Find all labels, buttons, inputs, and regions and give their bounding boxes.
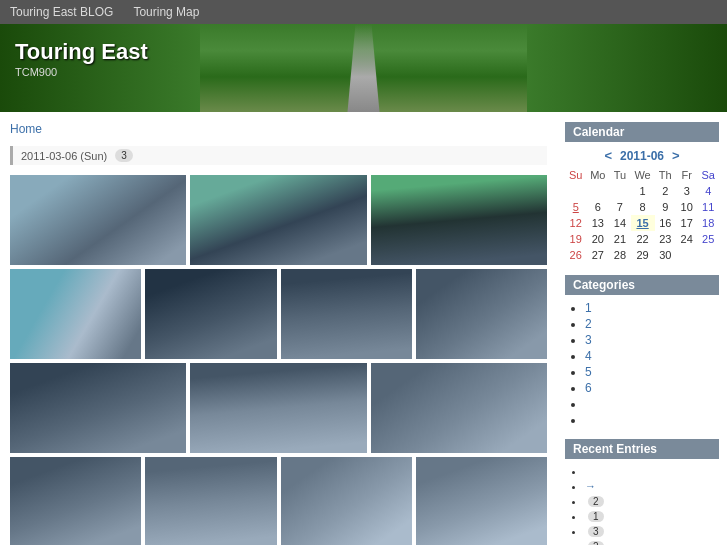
cal-cell-27: 27 bbox=[586, 247, 609, 263]
photo-9[interactable] bbox=[190, 363, 366, 453]
recent-item-5: 3 bbox=[585, 525, 719, 537]
header-trees-right bbox=[527, 24, 727, 112]
recent-badge-6: 2 bbox=[588, 541, 604, 545]
categories-title: Categories bbox=[565, 275, 719, 295]
cal-cell-26: 26 bbox=[565, 247, 586, 263]
category-item-1: 1 bbox=[585, 301, 719, 315]
cal-day-fr: Fr bbox=[676, 167, 697, 183]
recent-entries-title: Recent Entries bbox=[565, 439, 719, 459]
nav-blog[interactable]: Touring East BLOG bbox=[10, 5, 113, 19]
cal-cell-22: 22 bbox=[631, 231, 655, 247]
recent-item-1 bbox=[585, 465, 719, 477]
cal-cell-13: 13 bbox=[586, 215, 609, 231]
top-nav: Touring East BLOG Touring Map bbox=[0, 0, 727, 24]
cal-cell-15[interactable]: 15 bbox=[631, 215, 655, 231]
photo-row-2 bbox=[10, 269, 547, 359]
recent-item-2: → bbox=[585, 480, 719, 492]
cal-cell-30: 30 bbox=[655, 247, 676, 263]
cal-cell-2: 2 bbox=[655, 183, 676, 199]
cal-week-5: 26 27 28 29 30 bbox=[565, 247, 719, 263]
category-link-6[interactable]: 6 bbox=[585, 381, 592, 395]
cal-cell-8: 8 bbox=[631, 199, 655, 215]
cal-cell-19: 19 bbox=[565, 231, 586, 247]
recent-item-6: 2 bbox=[585, 540, 719, 545]
site-subtitle: TCM900 bbox=[15, 66, 57, 78]
sidebar: Calendar < 2011-06 > Su Mo Tu We Th Fr S… bbox=[557, 112, 727, 545]
photo-5[interactable] bbox=[145, 269, 276, 359]
category-link-4[interactable]: 4 bbox=[585, 349, 592, 363]
cal-cell-16: 16 bbox=[655, 215, 676, 231]
cal-cell bbox=[676, 247, 697, 263]
site-title: Touring East bbox=[15, 39, 148, 65]
cal-day-su: Su bbox=[565, 167, 586, 183]
cal-cell-21: 21 bbox=[609, 231, 630, 247]
calendar-month: 2011-06 bbox=[620, 149, 664, 163]
cal-day-tu: Tu bbox=[609, 167, 630, 183]
calendar-next[interactable]: > bbox=[672, 148, 680, 163]
cal-cell-20: 20 bbox=[586, 231, 609, 247]
cal-cell-28: 28 bbox=[609, 247, 630, 263]
cal-cell-5[interactable]: 5 bbox=[565, 199, 586, 215]
cal-cell-18: 18 bbox=[697, 215, 719, 231]
photo-6[interactable] bbox=[281, 269, 412, 359]
cal-week-3: 12 13 14 15 16 17 18 bbox=[565, 215, 719, 231]
category-item-8 bbox=[585, 413, 719, 427]
photo-7[interactable] bbox=[416, 269, 547, 359]
cal-cell-3: 3 bbox=[676, 183, 697, 199]
site-header: Touring East TCM900 bbox=[0, 24, 727, 112]
photo-14[interactable] bbox=[416, 457, 547, 545]
photo-11[interactable] bbox=[10, 457, 141, 545]
photo-row-1 bbox=[10, 175, 547, 265]
category-item-7 bbox=[585, 397, 719, 411]
calendar-nav: < 2011-06 > bbox=[565, 148, 719, 163]
category-item-2: 2 bbox=[585, 317, 719, 331]
cal-cell bbox=[586, 183, 609, 199]
recent-entries-section: Recent Entries → 2 1 3 2 bbox=[565, 439, 719, 545]
cal-day-sa: Sa bbox=[697, 167, 719, 183]
photo-12[interactable] bbox=[145, 457, 276, 545]
photo-row-3 bbox=[10, 363, 547, 453]
cal-cell-17: 17 bbox=[676, 215, 697, 231]
photo-1[interactable] bbox=[10, 175, 186, 265]
category-link-1[interactable]: 1 bbox=[585, 301, 592, 315]
recent-link-2[interactable]: → bbox=[585, 480, 596, 492]
category-item-6: 6 bbox=[585, 381, 719, 395]
category-link-2[interactable]: 2 bbox=[585, 317, 592, 331]
date-label: 2011-03-06 (Sun) bbox=[21, 150, 107, 162]
cal-cell-24: 24 bbox=[676, 231, 697, 247]
category-link-5[interactable]: 5 bbox=[585, 365, 592, 379]
cal-day-we: We bbox=[631, 167, 655, 183]
photo-3[interactable] bbox=[371, 175, 547, 265]
cal-cell-12: 12 bbox=[565, 215, 586, 231]
main-content: Home 2011-03-06 (Sun) 3 bbox=[0, 112, 557, 545]
home-link[interactable]: Home bbox=[10, 122, 42, 136]
calendar-title: Calendar bbox=[565, 122, 719, 142]
cal-cell bbox=[609, 183, 630, 199]
nav-map[interactable]: Touring Map bbox=[133, 5, 199, 19]
calendar-section: Calendar < 2011-06 > Su Mo Tu We Th Fr S… bbox=[565, 122, 719, 263]
cal-cell bbox=[697, 247, 719, 263]
main-layout: Home 2011-03-06 (Sun) 3 bbox=[0, 112, 727, 545]
cal-cell-10: 10 bbox=[676, 199, 697, 215]
categories-list: 1 2 3 4 5 6 bbox=[565, 301, 719, 427]
photo-row-4 bbox=[10, 457, 547, 545]
cal-cell-6: 6 bbox=[586, 199, 609, 215]
cal-cell-25: 25 bbox=[697, 231, 719, 247]
recent-item-3: 2 bbox=[585, 495, 719, 507]
category-item-3: 3 bbox=[585, 333, 719, 347]
cal-week-4: 19 20 21 22 23 24 25 bbox=[565, 231, 719, 247]
category-item-4: 4 bbox=[585, 349, 719, 363]
category-link-3[interactable]: 3 bbox=[585, 333, 592, 347]
recent-badge-4: 1 bbox=[588, 511, 604, 522]
photo-2[interactable] bbox=[190, 175, 366, 265]
photo-13[interactable] bbox=[281, 457, 412, 545]
photo-8[interactable] bbox=[10, 363, 186, 453]
recent-item-4: 1 bbox=[585, 510, 719, 522]
calendar-prev[interactable]: < bbox=[604, 148, 612, 163]
photo-10[interactable] bbox=[371, 363, 547, 453]
photo-4[interactable] bbox=[10, 269, 141, 359]
cal-cell-14: 14 bbox=[609, 215, 630, 231]
recent-entries-list: → 2 1 3 2 bbox=[565, 465, 719, 545]
date-header: 2011-03-06 (Sun) 3 bbox=[10, 146, 547, 165]
cal-cell-4: 4 bbox=[697, 183, 719, 199]
